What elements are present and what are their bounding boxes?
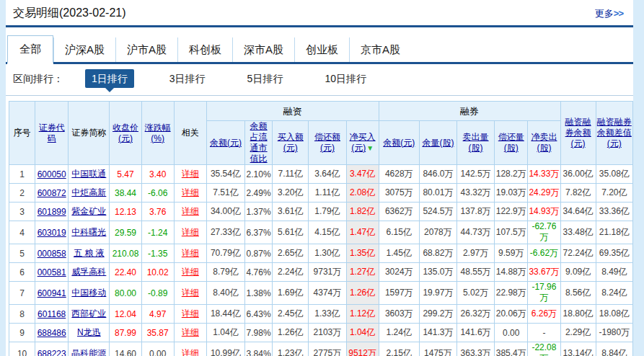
col-header-link-rz_repay[interactable]: 偿还额(元) <box>314 132 340 153</box>
col-header-rq_sell[interactable]: 卖出量(股) <box>457 121 495 165</box>
col-header-rz_net[interactable]: 净买入(元)▼ <box>346 121 379 165</box>
cell-rq_qty: 846.0万 <box>419 165 456 184</box>
cell-related[interactable]: 详细 <box>174 324 206 342</box>
col-header-link-rq_qty[interactable]: 余量(股) <box>422 138 454 148</box>
cell-related[interactable]: 详细 <box>174 203 206 221</box>
col-header-rq_net[interactable]: 净卖出(股) <box>528 121 560 165</box>
cell-code[interactable]: 600941 <box>35 282 69 305</box>
cell-rq_net: -6.62万 <box>528 244 560 263</box>
cell-related[interactable]: 详细 <box>174 305 206 324</box>
col-header-link-balance[interactable]: 融资融券余额(元) <box>565 117 591 148</box>
cell-rq_balance: 3603万 <box>379 305 419 324</box>
cell-code[interactable]: 688486 <box>35 324 69 342</box>
period-filter-label: 区间排行： <box>13 73 63 86</box>
col-header-rq_qty[interactable]: 余量(股) <box>419 121 456 165</box>
cell-name[interactable]: 西部矿业 <box>69 305 110 324</box>
tab-all[interactable]: 全部 <box>7 35 53 64</box>
period-option-d1[interactable]: 1日排行 <box>85 69 134 88</box>
col-header-link-rq_sell[interactable]: 卖出量(股) <box>463 132 489 153</box>
cell-related[interactable]: 详细 <box>174 263 206 282</box>
cell-name[interactable]: 紫金矿业 <box>69 203 110 221</box>
cell-close: 210.08 <box>110 244 141 263</box>
cell-seq: 3 <box>9 203 35 221</box>
cell-rz_net: 9512万 <box>346 342 379 356</box>
period-option-d3[interactable]: 3日排行 <box>163 69 212 88</box>
tab-hu-shen-a[interactable]: 沪深A股 <box>53 37 115 62</box>
col-header-link-close[interactable]: 收盘价(元) <box>113 123 138 143</box>
tab-shen-shi-a[interactable]: 深市A股 <box>232 37 294 62</box>
cell-code[interactable]: 000858 <box>35 244 69 263</box>
col-header-code[interactable]: 证券代码 <box>35 102 69 165</box>
cell-name[interactable]: N龙迅 <box>69 324 110 342</box>
col-header-change[interactable]: 涨跌幅(%) <box>141 102 174 165</box>
tab-hu-shi-a[interactable]: 沪市A股 <box>115 37 177 62</box>
period-filter-options: 1日排行3日排行5日排行10日排行 <box>63 72 373 86</box>
cell-rq_sell: 26.32万 <box>457 305 495 324</box>
cell-rz_repay: 9731万 <box>309 263 346 282</box>
cell-related[interactable]: 详细 <box>174 221 206 244</box>
cell-code[interactable]: 000581 <box>35 263 69 282</box>
col-header-link-change[interactable]: 涨跌幅(%) <box>145 123 171 143</box>
cell-code[interactable]: 600050 <box>35 165 69 184</box>
tab-chuang-ye-ban[interactable]: 创业板 <box>294 37 349 62</box>
cell-balance: 9.09亿 <box>560 263 596 282</box>
cell-balance: 34.64亿 <box>560 203 596 221</box>
table-row: 1600050中国联通5.473.40详细35.54亿2.10%7.11亿3.6… <box>9 165 633 184</box>
more-link[interactable]: 更多>> <box>595 7 623 20</box>
col-header-balance[interactable]: 融资融券余额(元) <box>560 102 596 165</box>
cell-name[interactable]: 五 粮 液 <box>69 244 110 263</box>
cell-name[interactable]: 威孚高科 <box>69 263 110 282</box>
cell-seq: 1 <box>9 165 35 184</box>
cell-related[interactable]: 详细 <box>174 184 206 203</box>
cell-rq_sell: 5.02万 <box>457 282 495 305</box>
margin-trading-table-wrap: 序号证券代码证券简称收盘价(元)涨跌幅(%)相关融资融券融资融券余额(元)融资融… <box>6 96 633 356</box>
tab-ke-chuang-ban[interactable]: 科创板 <box>177 37 232 62</box>
cell-rz_buy: 2.45亿 <box>273 305 309 324</box>
cell-code[interactable]: 601899 <box>35 203 69 221</box>
col-header-link-rz_buy[interactable]: 买入额(元) <box>278 132 304 153</box>
period-option-d10[interactable]: 10日排行 <box>318 69 373 88</box>
cell-rz_balance: 18.44亿 <box>206 305 244 324</box>
cell-related[interactable]: 详细 <box>174 244 206 263</box>
period-option-d5[interactable]: 5日排行 <box>241 69 290 88</box>
cell-code[interactable]: 601168 <box>35 305 69 324</box>
cell-code[interactable]: 688223 <box>35 342 69 356</box>
cell-name[interactable]: 中炬高新 <box>69 184 110 203</box>
col-header-rq_repay[interactable]: 偿还量(股) <box>495 121 528 165</box>
col-header-link-rq_balance[interactable]: 余额(元) <box>383 138 415 148</box>
col-header-close[interactable]: 收盘价(元) <box>110 102 141 165</box>
col-header-balance_diff[interactable]: 融资融券余额差值(元) <box>596 102 632 165</box>
cell-rz_net: 1.82亿 <box>346 203 379 221</box>
cell-name[interactable]: 中科曙光 <box>69 221 110 244</box>
col-header-rq_balance[interactable]: 余额(元) <box>379 121 419 165</box>
col-header-link-rz_ratio[interactable]: 余额占流通市值比 <box>250 121 268 164</box>
col-header-rz_buy[interactable]: 买入额(元) <box>273 121 309 165</box>
col-header-link-rq_repay[interactable]: 偿还量(股) <box>498 132 524 153</box>
cell-rz_repay: 2103万 <box>309 324 346 342</box>
cell-name[interactable]: 晶科能源 <box>69 342 110 356</box>
col-header-rz_balance[interactable]: 余额(元) <box>206 121 244 165</box>
tab-bar: 全部沪深A股沪市A股科创板深市A股创业板京市A股 <box>6 35 633 64</box>
col-header-link-rz_balance[interactable]: 余额(元) <box>210 138 242 148</box>
cell-rq_qty: 80.01万 <box>419 184 456 203</box>
col-header-link-code[interactable]: 证券代码 <box>39 123 65 143</box>
cell-related[interactable]: 详细 <box>174 282 206 305</box>
cell-rz_balance: 70.79亿 <box>206 244 244 263</box>
col-header-link-balance_diff[interactable]: 融资融券余额差值(元) <box>597 117 632 148</box>
col-header-link-rq_net[interactable]: 净卖出(股) <box>531 132 557 153</box>
col-header-rz_ratio[interactable]: 余额占流通市值比 <box>245 121 273 165</box>
cell-rq_balance: 2.15亿 <box>379 342 419 356</box>
cell-related[interactable]: 详细 <box>174 165 206 184</box>
cell-code[interactable]: 603019 <box>35 221 69 244</box>
tab-jing-shi-a[interactable]: 京市A股 <box>349 37 411 62</box>
cell-related[interactable]: 详细 <box>174 342 206 356</box>
col-header-rz_repay[interactable]: 偿还额(元) <box>309 121 346 165</box>
cell-rq_repay: 122.9万 <box>495 203 528 221</box>
cell-seq: 5 <box>9 244 35 263</box>
cell-rz_balance: 7.51亿 <box>206 184 244 203</box>
cell-name[interactable]: 中国移动 <box>69 282 110 305</box>
cell-code[interactable]: 600872 <box>35 184 69 203</box>
cell-name[interactable]: 中国联通 <box>69 165 110 184</box>
sort-desc-icon: ▼ <box>366 144 374 152</box>
cell-seq: 9 <box>9 324 35 342</box>
